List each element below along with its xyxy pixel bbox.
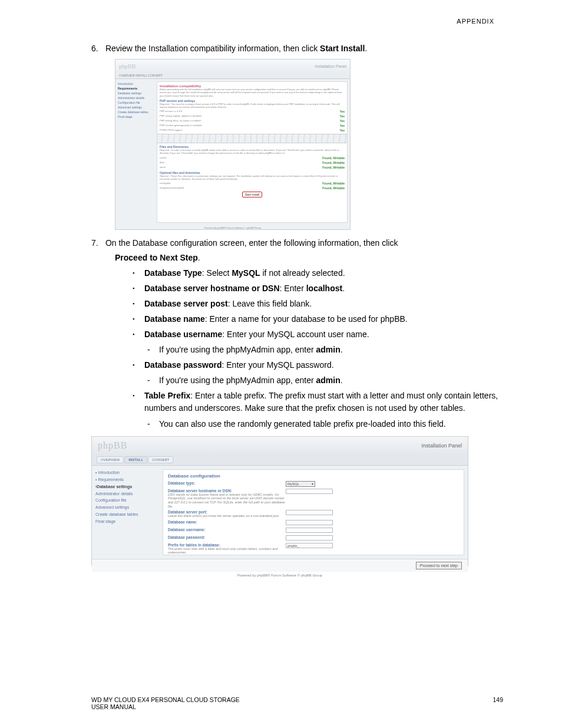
dash-bullet-icon: - — [147, 374, 159, 387]
ss1-sidebar: Introduction Requirements Database setti… — [115, 79, 157, 225]
db-user-input[interactable] — [286, 528, 333, 533]
ss2-main: Database configuration Database type: My… — [163, 469, 464, 555]
footer-subtitle: USER MANUAL — [91, 703, 240, 710]
chevron-down-icon: ▾ — [312, 482, 313, 486]
db-port-input[interactable] — [286, 510, 333, 515]
square-bullet-icon: ▪ — [133, 313, 144, 325]
start-install-button[interactable]: Start install — [242, 192, 263, 197]
page-footer: WD MY CLOUD EX4 PERSONAL CLOUD STORAGE U… — [91, 696, 503, 710]
appendix-header: APPENDIX — [91, 18, 503, 25]
tab-overview[interactable]: OVERVIEW — [97, 456, 124, 463]
ss1-footer: Powered by phpBB® Forum Software © phpBB… — [115, 225, 350, 230]
page-number: 149 — [492, 696, 503, 710]
bullet-table-prefix-sub: - You can also use the randomly generate… — [91, 418, 503, 430]
step-7: 7. On the Database configuration screen,… — [91, 237, 503, 249]
sidebar-item-intro[interactable]: • Introduction — [95, 469, 159, 476]
sidebar-item-requirements[interactable]: • Requirements — [95, 476, 159, 483]
sidebar-item-database[interactable]: ›Database settings — [95, 483, 159, 490]
ss1-main: Installation compatibility Before procee… — [157, 81, 348, 223]
step-7-num: 7. — [91, 237, 103, 249]
square-bullet-icon: ▪ — [133, 328, 144, 341]
sidebar-item-advanced[interactable]: Advanced settings — [95, 504, 159, 511]
ss2-heading: Database configuration — [168, 473, 459, 479]
db-prefix-input[interactable]: phpbb_ — [286, 543, 333, 548]
footer-title: WD MY CLOUD EX4 PERSONAL CLOUD STORAGE — [91, 696, 240, 703]
ss2-panel-label: Installation Panel — [421, 443, 462, 449]
dash-bullet-icon: - — [147, 344, 159, 356]
sidebar-item-admin[interactable]: Administrator details — [95, 490, 159, 498]
tab-install[interactable]: INSTALL — [124, 456, 147, 463]
square-bullet-icon: ▪ — [133, 390, 144, 414]
ss1-tabs: OVERVIEW INSTALL CONVERT — [115, 73, 350, 79]
square-bullet-icon: ▪ — [133, 267, 144, 279]
db-name-input[interactable] — [286, 520, 333, 525]
sidebar-item-config[interactable]: Configuration file — [95, 497, 159, 504]
sidebar-item-final[interactable]: Final stage — [95, 518, 159, 525]
tab-convert[interactable]: CONVERT — [148, 456, 173, 463]
db-type-select[interactable]: MySQL▾ — [286, 481, 315, 487]
ss2-footer: Powered by phpBB® Forum Software © phpBB… — [92, 572, 468, 579]
square-bullet-icon: ▪ — [133, 359, 144, 371]
bullet-db-port: ▪ Database server post: Leave this field… — [91, 298, 503, 310]
step-7-text: On the Database configuration screen, en… — [105, 238, 398, 248]
ss2-sidebar: • Introduction • Requirements ›Database … — [92, 466, 163, 559]
screenshot-db-config: phpBB Installation Panel OVERVIEWINSTALL… — [91, 436, 468, 566]
sidebar-item-create-tables[interactable]: Create database tables — [95, 511, 159, 518]
square-bullet-icon: ▪ — [133, 282, 144, 295]
screenshot-install-compat: phpBB Installation Panel OVERVIEW INSTAL… — [115, 59, 351, 230]
ss1-panel-label: Installation Panel — [315, 64, 346, 68]
ss2-tabs: OVERVIEWINSTALLCONVERT — [92, 454, 468, 466]
bullet-db-type: ▪ Database Type: Select MySQL if not alr… — [91, 267, 503, 279]
bullet-db-user: ▪ Database username: Enter your MySQL ac… — [91, 328, 503, 341]
bullet-db-name: ▪ Database name: Enter a name for your d… — [91, 313, 503, 325]
bullet-db-user-sub: - If you're using the phpMyAdmin app, en… — [91, 344, 503, 356]
bullet-db-pass-sub: - If you're using the phpMyAdmin app, en… — [91, 374, 503, 387]
bullet-table-prefix: ▪ Table Prefix: Enter a table prefix. Th… — [91, 390, 503, 414]
db-host-input[interactable] — [286, 489, 333, 494]
ss1-logo: phpBB — [119, 63, 135, 70]
step-6: 6. Review the Installation compatibility… — [91, 42, 503, 54]
bullet-db-pass: ▪ Database password: Enter your MySQL pa… — [91, 359, 503, 371]
dash-bullet-icon: - — [147, 418, 159, 430]
square-bullet-icon: ▪ — [133, 298, 144, 310]
proceed-button[interactable]: Proceed to next step — [416, 562, 462, 569]
db-pass-input[interactable] — [286, 535, 333, 541]
bullet-db-host: ▪ Database server hostname or DSN: Enter… — [91, 282, 503, 295]
ss2-logo: phpBB — [98, 440, 127, 451]
step-6-text: Review the Installation compatibility in… — [105, 44, 367, 53]
step-6-num: 6. — [91, 42, 103, 54]
